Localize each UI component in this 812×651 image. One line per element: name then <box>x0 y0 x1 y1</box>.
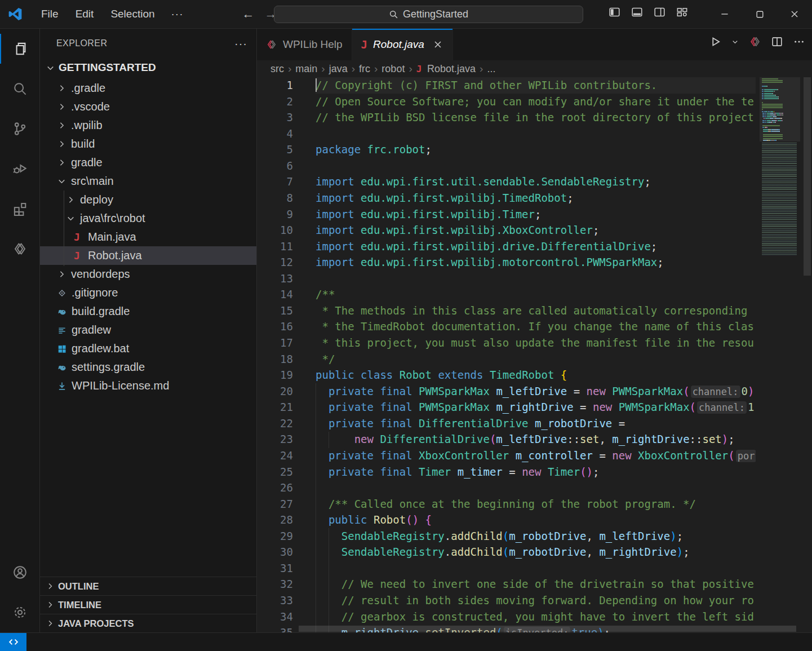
minimize-button[interactable] <box>707 0 742 28</box>
tree-root-gettingstarted[interactable]: GETTINGSTARTED <box>40 58 256 77</box>
line-number[interactable]: 30 <box>257 544 293 560</box>
run-dropdown-icon[interactable] <box>731 38 739 46</box>
code-line-6[interactable] <box>316 158 756 174</box>
line-number[interactable]: 27 <box>257 496 293 512</box>
line-number[interactable]: 6 <box>257 158 293 174</box>
code-line-21[interactable]: private final PWMSparkMax m_rightDrive =… <box>316 399 756 415</box>
code-line-33[interactable]: // result in both sides moving forward. … <box>316 592 756 609</box>
horizontal-scrollbar[interactable] <box>299 626 796 632</box>
activity-source-control[interactable] <box>0 109 39 149</box>
line-number[interactable]: 11 <box>257 238 293 255</box>
breadcrumb-item-src[interactable]: src <box>270 63 284 75</box>
code-line-4[interactable] <box>316 126 756 142</box>
tree-item-src-main[interactable]: src\main <box>40 172 256 191</box>
line-number[interactable]: 29 <box>257 528 293 544</box>
line-number[interactable]: 35 <box>257 625 293 632</box>
code-line-18[interactable]: */ <box>316 351 756 367</box>
line-number[interactable]: 32 <box>257 576 293 592</box>
line-number[interactable]: 22 <box>257 415 293 432</box>
maximize-button[interactable] <box>742 0 777 28</box>
line-number[interactable]: 26 <box>257 480 293 496</box>
more-actions-icon[interactable] <box>793 36 805 48</box>
tab-wpilib-help[interactable]: WPILib Help <box>257 29 352 60</box>
nav-back-icon[interactable]: ← <box>241 7 256 21</box>
tree-item-.gitignore[interactable]: .gitignore <box>40 284 256 302</box>
code-line-16[interactable]: * the TimedRobot documentation. If you c… <box>316 318 756 335</box>
line-number[interactable]: 1 <box>257 77 293 94</box>
code-line-17[interactable]: * this project, you must also update the… <box>316 335 756 351</box>
line-number[interactable]: 24 <box>257 448 293 464</box>
code-line-5[interactable]: package frc.robot; <box>316 141 756 158</box>
line-number[interactable]: 21 <box>257 399 293 415</box>
code-line-32[interactable]: // We need to invert one side of the dri… <box>316 576 756 592</box>
line-number[interactable]: 9 <box>257 206 293 223</box>
minimap-slider[interactable] <box>760 77 800 141</box>
line-number[interactable]: 25 <box>257 464 293 480</box>
line-number[interactable]: 16 <box>257 318 293 335</box>
menu-overflow[interactable]: ··· <box>163 8 192 20</box>
command-center-search[interactable]: GettingStarted <box>274 6 583 23</box>
tree-item-deploy[interactable]: deploy <box>40 191 256 209</box>
code-line-24[interactable]: private final XboxController m_controlle… <box>316 448 756 464</box>
tree-item-main.java[interactable]: JMain.java <box>40 228 256 246</box>
tree-item-vendordeps[interactable]: vendordeps <box>40 265 256 284</box>
tab-close-icon[interactable] <box>432 39 443 50</box>
menu-file[interactable]: File <box>33 5 67 24</box>
code-editor[interactable]: 1234567891011121314151617181920212223242… <box>257 77 812 632</box>
line-number[interactable]: 31 <box>257 560 293 577</box>
breadcrumb-item-main[interactable]: main <box>295 63 317 75</box>
line-number[interactable]: 3 <box>257 109 293 126</box>
breadcrumb-item-...[interactable]: ... <box>487 63 495 75</box>
tree-item-gradlew.bat[interactable]: gradlew.bat <box>40 339 256 358</box>
code-line-11[interactable]: import edu.wpi.first.wpilibj.drive.Diffe… <box>316 238 756 255</box>
code-line-31[interactable] <box>316 560 756 577</box>
code-line-30[interactable]: SendableRegistry.addChild(m_robotDrive, … <box>316 544 756 560</box>
code-line-13[interactable] <box>316 271 756 287</box>
tree-item-.vscode[interactable]: .vscode <box>40 98 256 116</box>
close-button[interactable] <box>777 0 812 28</box>
sidebar-more-actions[interactable]: ··· <box>234 37 247 50</box>
line-number[interactable]: 14 <box>257 286 293 303</box>
run-icon[interactable] <box>709 36 721 48</box>
breadcrumb-item-frc[interactable]: frc <box>359 63 370 75</box>
breadcrumb-item-robot.java[interactable]: J Robot.java <box>416 63 476 75</box>
line-number[interactable]: 10 <box>257 222 293 238</box>
panel-outline[interactable]: OUTLINE <box>40 577 256 595</box>
breadcrumb-item-java[interactable]: java <box>329 63 348 75</box>
line-number[interactable]: 15 <box>257 303 293 319</box>
activity-wpilib[interactable] <box>0 229 39 269</box>
code-line-7[interactable]: import edu.wpi.first.util.sendable.Senda… <box>316 174 756 190</box>
line-number[interactable]: 4 <box>257 126 293 142</box>
menu-selection[interactable]: Selection <box>102 5 163 24</box>
tree-item-build[interactable]: build <box>40 135 256 153</box>
code-line-29[interactable]: SendableRegistry.addChild(m_robotDrive, … <box>316 528 756 544</box>
code-line-3[interactable]: // the WPILib BSD license file in the ro… <box>316 109 756 126</box>
tab-robot.java[interactable]: JRobot.java <box>352 29 453 60</box>
activity-settings[interactable] <box>0 592 39 632</box>
code-line-15[interactable]: * The methods in this class are called a… <box>316 303 756 319</box>
line-number[interactable]: 33 <box>257 592 293 609</box>
vertical-scrollbar[interactable] <box>804 77 811 276</box>
remote-indicator[interactable] <box>0 633 26 651</box>
code-line-25[interactable]: private final Timer m_timer = new Timer(… <box>316 464 756 480</box>
code-line-20[interactable]: private final PWMSparkMax m_leftDrive = … <box>316 383 756 400</box>
toggle-panel-icon[interactable] <box>631 6 643 18</box>
code-line-34[interactable]: // gearbox is constructed, you might hav… <box>316 609 756 625</box>
activity-run-debug[interactable] <box>0 149 39 189</box>
toggle-secondary-sidebar-icon[interactable] <box>654 6 665 18</box>
line-number[interactable]: 19 <box>257 367 293 383</box>
wpilib-icon[interactable] <box>749 36 761 48</box>
tree-item-java-frc-robot[interactable]: java\frc\robot <box>40 209 256 228</box>
code-line-1[interactable]: // Copyright (c) FIRST and other WPILib … <box>316 77 756 94</box>
code-line-14[interactable]: /** <box>316 286 756 303</box>
tree-item-gradlew[interactable]: gradlew <box>40 321 256 339</box>
activity-extensions[interactable] <box>0 189 39 229</box>
toggle-sidebar-icon[interactable] <box>609 6 620 18</box>
code-line-23[interactable]: new DifferentialDrive(m_leftDrive::set, … <box>316 431 756 448</box>
code-line-12[interactable]: import edu.wpi.first.wpilibj.motorcontro… <box>316 254 756 271</box>
line-number[interactable]: 7 <box>257 174 293 190</box>
line-number[interactable]: 5 <box>257 141 293 158</box>
line-number[interactable]: 28 <box>257 512 293 528</box>
code-line-19[interactable]: public class Robot extends TimedRobot { <box>316 367 756 383</box>
line-number[interactable]: 8 <box>257 190 293 206</box>
